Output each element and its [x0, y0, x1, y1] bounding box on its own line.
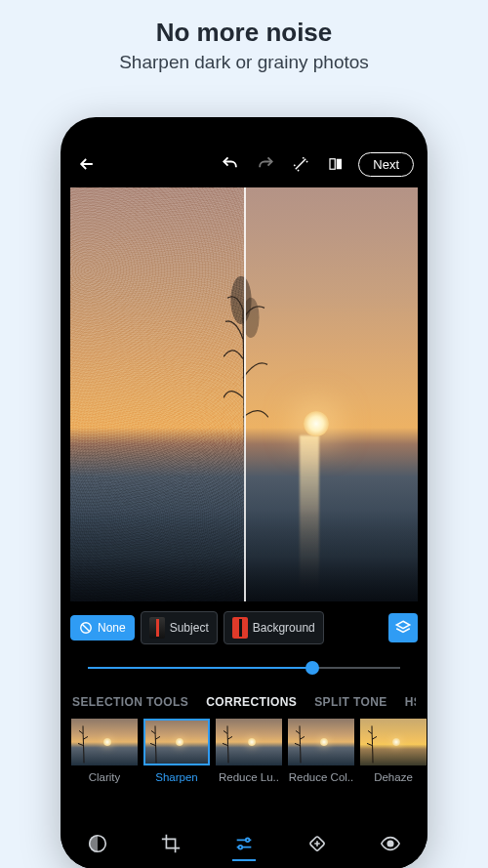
- preset-label: Sharpen: [155, 771, 197, 783]
- compare-divider[interactable]: [244, 187, 246, 601]
- preset-sharpen[interactable]: Sharpen: [142, 719, 211, 783]
- nav-eye-icon[interactable]: [371, 824, 410, 863]
- preset-label: Clarity: [89, 771, 121, 783]
- preset-thumb: [360, 719, 427, 765]
- undo-icon[interactable]: [218, 151, 243, 177]
- correction-presets: Clarity Sharpen Reduce Lu.. Reduce Col..…: [70, 719, 427, 783]
- slider-thumb[interactable]: [305, 661, 319, 675]
- none-icon: [79, 621, 93, 635]
- preset-reduce-color[interactable]: Reduce Col..: [287, 719, 355, 783]
- sun: [304, 411, 329, 436]
- subject-thumb-icon: [149, 617, 165, 639]
- tab-hsl[interactable]: HSL: [405, 695, 416, 709]
- preset-thumb: [288, 719, 354, 765]
- preset-thumb: [216, 719, 282, 765]
- mask-none-button[interactable]: None: [70, 615, 135, 641]
- magic-wand-icon[interactable]: [288, 151, 313, 177]
- svg-point-9: [388, 841, 394, 847]
- preset-label: Dehaze: [374, 771, 413, 783]
- bottom-nav: [61, 818, 427, 868]
- preset-thumb: [71, 719, 138, 765]
- compare-icon[interactable]: [323, 151, 348, 177]
- svg-point-7: [238, 846, 242, 849]
- svg-rect-1: [337, 159, 342, 170]
- nav-heal-icon[interactable]: [298, 824, 337, 863]
- tab-selection-tools[interactable]: SELECTION TOOLS: [72, 695, 188, 709]
- mask-selector-row: None Subject Background: [70, 611, 418, 644]
- preset-clarity[interactable]: Clarity: [70, 719, 139, 783]
- redo-icon[interactable]: [253, 151, 278, 177]
- promo-title: No more noise: [0, 18, 488, 48]
- photo-compare-canvas[interactable]: [70, 187, 418, 601]
- svg-rect-0: [330, 159, 335, 170]
- preset-label: Reduce Lu..: [219, 771, 279, 783]
- svg-point-6: [246, 839, 250, 843]
- mask-none-label: None: [98, 621, 126, 635]
- tab-split-tone[interactable]: SPLIT TONE: [314, 695, 386, 709]
- mask-subject-label: Subject: [170, 621, 209, 635]
- adjustment-tabs: SELECTION TOOLS CORRECTIONS SPLIT TONE H…: [72, 695, 416, 709]
- background-thumb-icon: [232, 617, 248, 639]
- preset-thumb: [143, 719, 210, 765]
- preset-reduce-luminance[interactable]: Reduce Lu..: [215, 719, 283, 783]
- promo-subtitle: Sharpen dark or grainy photos: [0, 52, 488, 73]
- next-button[interactable]: Next: [358, 152, 414, 177]
- nav-adjust-icon[interactable]: [224, 824, 264, 863]
- phone-mockup: Next None Subject Background: [61, 117, 427, 868]
- tab-corrections[interactable]: CORRECTIONS: [206, 695, 297, 709]
- layers-button[interactable]: [388, 613, 418, 642]
- top-toolbar: Next: [61, 145, 427, 184]
- adjustment-slider[interactable]: [88, 660, 400, 676]
- back-icon[interactable]: [74, 151, 100, 177]
- preset-label: Reduce Col..: [289, 771, 353, 783]
- mask-subject-button[interactable]: Subject: [141, 611, 218, 644]
- mask-background-button[interactable]: Background: [224, 611, 324, 644]
- noise-overlay-before: [70, 187, 244, 601]
- preset-dehaze[interactable]: Dehaze: [359, 719, 427, 783]
- nav-looks-icon[interactable]: [78, 824, 117, 863]
- nav-crop-icon[interactable]: [151, 824, 190, 863]
- mask-background-label: Background: [253, 621, 315, 635]
- layers-icon: [394, 619, 412, 637]
